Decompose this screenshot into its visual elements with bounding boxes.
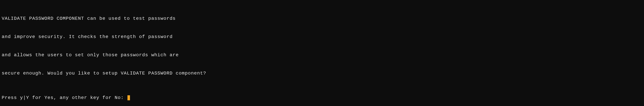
- output-line: and allows the users to set only those p…: [2, 52, 642, 58]
- output-line: secure enough. Would you like to setup V…: [2, 70, 642, 76]
- prompt-text: Press y|Y for Yes, any other key for No:: [2, 95, 127, 101]
- cursor-icon: [128, 95, 130, 100]
- input-prompt-line[interactable]: Press y|Y for Yes, any other key for No:: [2, 95, 642, 101]
- terminal-output[interactable]: VALIDATE PASSWORD COMPONENT can be used …: [2, 3, 642, 106]
- output-line: and improve security. It checks the stre…: [2, 34, 642, 40]
- output-line: VALIDATE PASSWORD COMPONENT can be used …: [2, 15, 642, 22]
